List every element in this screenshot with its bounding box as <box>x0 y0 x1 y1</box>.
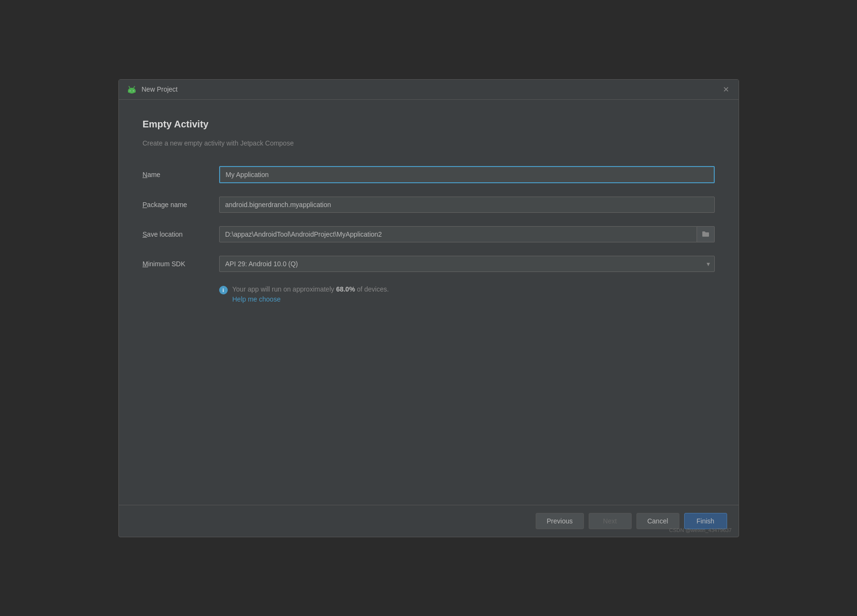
name-input-wrap <box>219 166 715 183</box>
dialog-title: New Project <box>142 85 178 93</box>
close-button[interactable]: ✕ <box>721 84 731 94</box>
package-name-row: Package name <box>143 197 715 213</box>
svg-line-4 <box>129 86 130 88</box>
package-name-label-text: Package name <box>143 201 187 209</box>
info-icon: i <box>219 286 228 294</box>
minimum-sdk-label: Minimum SDK <box>143 260 219 268</box>
name-input[interactable] <box>219 166 715 183</box>
sdk-select[interactable]: API 21: Android 5.0 (Lollipop) API 23: A… <box>219 256 715 272</box>
save-location-input-wrap <box>219 226 715 242</box>
dialog-footer: Previous Next Cancel Finish <box>119 505 739 537</box>
info-row: i Your app will run on approximately 68.… <box>219 285 715 303</box>
name-label-text: Name <box>143 171 160 178</box>
title-bar-left: New Project <box>127 84 178 94</box>
new-project-dialog: New Project ✕ Empty Activity Create a ne… <box>118 79 739 537</box>
next-button[interactable]: Next <box>589 513 632 529</box>
help-link[interactable]: Help me choose <box>233 295 389 303</box>
cancel-button[interactable]: Cancel <box>636 513 679 529</box>
section-subtitle: Create a new empty activity with Jetpack… <box>143 139 715 147</box>
minimum-sdk-label-text: Minimum SDK <box>143 260 185 268</box>
package-name-input[interactable] <box>219 197 715 213</box>
section-title: Empty Activity <box>143 119 715 130</box>
name-label: Name <box>143 171 219 178</box>
save-location-row: Save location <box>143 226 715 242</box>
package-name-label: Package name <box>143 201 219 209</box>
dialog-content: Empty Activity Create a new empty activi… <box>119 100 739 505</box>
watermark: CSDN @weixin_43479637 <box>669 527 731 533</box>
minimum-sdk-row: Minimum SDK API 21: Android 5.0 (Lollipo… <box>143 256 715 272</box>
svg-line-5 <box>134 86 135 88</box>
package-name-input-wrap <box>219 197 715 213</box>
sdk-select-wrap: API 21: Android 5.0 (Lollipop) API 23: A… <box>219 256 715 272</box>
name-row: Name <box>143 166 715 183</box>
save-location-label-text: Save location <box>143 230 183 238</box>
title-bar: New Project ✕ <box>119 80 739 100</box>
info-text: Your app will run on approximately 68.0%… <box>233 285 389 293</box>
save-location-label: Save location <box>143 230 219 238</box>
coverage-bold: 68.0% <box>336 285 355 293</box>
finish-button[interactable]: Finish <box>684 513 727 529</box>
previous-button[interactable]: Previous <box>536 513 583 529</box>
browse-button[interactable] <box>697 226 715 242</box>
folder-icon <box>702 231 709 238</box>
save-location-input[interactable] <box>219 226 697 242</box>
info-text-block: Your app will run on approximately 68.0%… <box>233 285 389 303</box>
android-icon <box>127 84 137 94</box>
